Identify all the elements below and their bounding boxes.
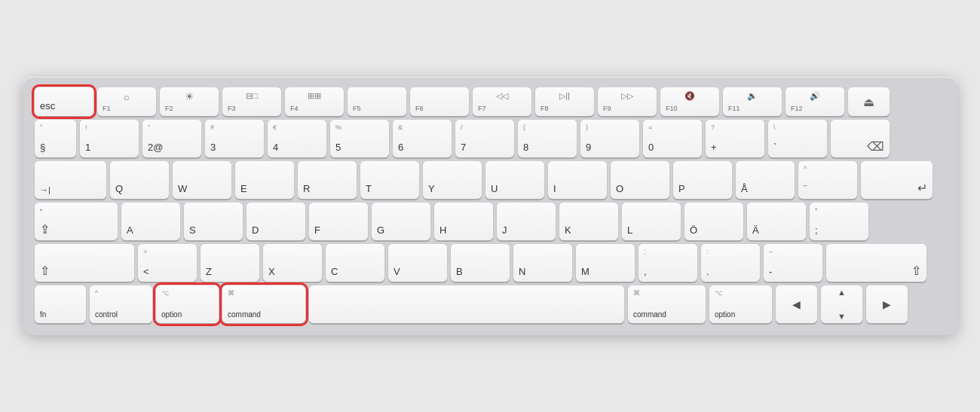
key-option-right[interactable]: ⌥ option <box>709 285 772 323</box>
key-z[interactable]: Z <box>201 244 259 282</box>
key-comma[interactable]: ; , <box>639 244 697 282</box>
key-k[interactable]: K <box>559 203 618 240</box>
caps-row: • ⇪ A S D F G H J K L Ö Ä * ; <box>35 203 945 240</box>
key-f6[interactable]: F6 <box>410 87 469 116</box>
key-umlaut[interactable]: ^ ¨ <box>798 161 857 199</box>
key-h[interactable]: H <box>434 203 493 240</box>
key-f2[interactable]: ☀ F2 <box>160 87 219 116</box>
key-q[interactable]: Q <box>110 161 169 199</box>
key-backtick[interactable]: \ ` <box>768 120 827 157</box>
key-eject[interactable]: ⏏ <box>848 87 890 116</box>
key-arrow-updown[interactable]: ▲ ▼ <box>821 285 862 323</box>
key-n[interactable]: N <box>513 244 572 282</box>
key-f12[interactable]: 🔊 F12 <box>786 87 844 116</box>
key-v[interactable]: V <box>388 244 447 282</box>
key-ae[interactable]: Ä <box>747 203 806 240</box>
key-m[interactable]: M <box>576 244 635 282</box>
key-shift-left[interactable]: ⇧ <box>35 244 134 282</box>
key-s[interactable]: S <box>184 203 243 240</box>
key-f7[interactable]: ◁◁ F7 <box>473 87 531 116</box>
key-o[interactable]: O <box>611 161 669 199</box>
key-f1[interactable]: ☼ F1 <box>97 87 156 116</box>
key-5[interactable]: % 5 <box>330 120 389 157</box>
key-1[interactable]: ! 1 <box>80 120 139 157</box>
key-7[interactable]: / 7 <box>455 120 514 157</box>
key-aa[interactable]: Å <box>736 161 795 199</box>
tab-row: →| Q W E R T Y U I O P Å ^ ¨ ↵ <box>35 161 945 199</box>
key-fn[interactable]: fn <box>35 285 86 323</box>
key-a[interactable]: A <box>121 203 180 240</box>
key-4[interactable]: € 4 <box>268 120 326 157</box>
bottom-row: fn ^ control ⌥ option ⌘ command ⌘ comman… <box>35 285 945 323</box>
key-w[interactable]: W <box>173 161 231 199</box>
key-tab[interactable]: →| <box>35 161 106 199</box>
key-l[interactable]: L <box>622 203 681 240</box>
key-u[interactable]: U <box>485 161 544 199</box>
key-d[interactable]: D <box>247 203 305 240</box>
key-6[interactable]: & 6 <box>393 120 452 157</box>
key-dot[interactable]: : . <box>701 244 760 282</box>
key-control[interactable]: ^ control <box>90 285 152 323</box>
key-f5[interactable]: F5 <box>348 87 406 116</box>
key-3[interactable]: # 3 <box>205 120 264 157</box>
key-f9[interactable]: ▷▷ F9 <box>598 87 657 116</box>
key-2[interactable]: " 2@ <box>142 120 201 157</box>
key-command-right[interactable]: ⌘ command <box>628 285 706 323</box>
key-f4[interactable]: ⊞⊞ F4 <box>285 87 344 116</box>
key-hash[interactable]: * ; <box>810 203 868 240</box>
key-f[interactable]: F <box>309 203 368 240</box>
key-minus[interactable]: – - <box>764 244 822 282</box>
key-lt-gt[interactable]: > < <box>138 244 197 282</box>
keyboard: esc ☼ F1 ☀ F2 ⊟□ F3 ⊞⊞ F4 F5 F6 ◁◁ F7 ▷|… <box>23 77 957 335</box>
key-command-left[interactable]: ⌘ command <box>222 285 305 323</box>
fn-row: esc ☼ F1 ☀ F2 ⊟□ F3 ⊞⊞ F4 F5 F6 ◁◁ F7 ▷|… <box>35 87 945 116</box>
key-f8[interactable]: ▷|| F8 <box>535 87 594 116</box>
key-section[interactable]: ° § <box>35 120 76 157</box>
shift-row: ⇧ > < Z X C V B N M ; , : . – - ⇧ <box>35 244 945 282</box>
key-i[interactable]: I <box>548 161 607 199</box>
key-j[interactable]: J <box>497 203 556 240</box>
key-f10[interactable]: 🔇 F10 <box>660 87 719 116</box>
key-enter[interactable]: ↵ <box>861 161 933 199</box>
key-e[interactable]: E <box>235 161 294 199</box>
key-p[interactable]: P <box>673 161 732 199</box>
key-space[interactable] <box>309 285 624 323</box>
key-backspace[interactable]: ⌫ <box>831 120 890 157</box>
key-shift-right[interactable]: ⇧ <box>826 244 926 282</box>
key-0[interactable]: = 0 <box>643 120 702 157</box>
number-row: ° § ! 1 " 2@ # 3 € 4 % 5 & 6 / 7 <box>35 120 945 157</box>
key-option-left[interactable]: ⌥ option <box>156 285 219 323</box>
key-f3[interactable]: ⊟□ F3 <box>222 87 281 116</box>
key-arrow-left[interactable]: ◀ <box>776 285 817 323</box>
key-8[interactable]: ( 8 <box>518 120 577 157</box>
key-g[interactable]: G <box>372 203 430 240</box>
key-f11[interactable]: 🔉 F11 <box>723 87 782 116</box>
key-esc[interactable]: esc <box>35 87 93 116</box>
key-t[interactable]: T <box>360 161 419 199</box>
key-y[interactable]: Y <box>423 161 482 199</box>
key-oe[interactable]: Ö <box>684 203 743 240</box>
key-9[interactable]: ) 9 <box>580 120 639 157</box>
key-arrow-right[interactable]: ▶ <box>866 285 908 323</box>
key-b[interactable]: B <box>451 244 510 282</box>
key-c[interactable]: C <box>326 244 384 282</box>
key-x[interactable]: X <box>263 244 322 282</box>
key-capslock[interactable]: • ⇪ <box>35 203 118 240</box>
key-r[interactable]: R <box>298 161 357 199</box>
key-plus[interactable]: ? + <box>706 120 764 157</box>
